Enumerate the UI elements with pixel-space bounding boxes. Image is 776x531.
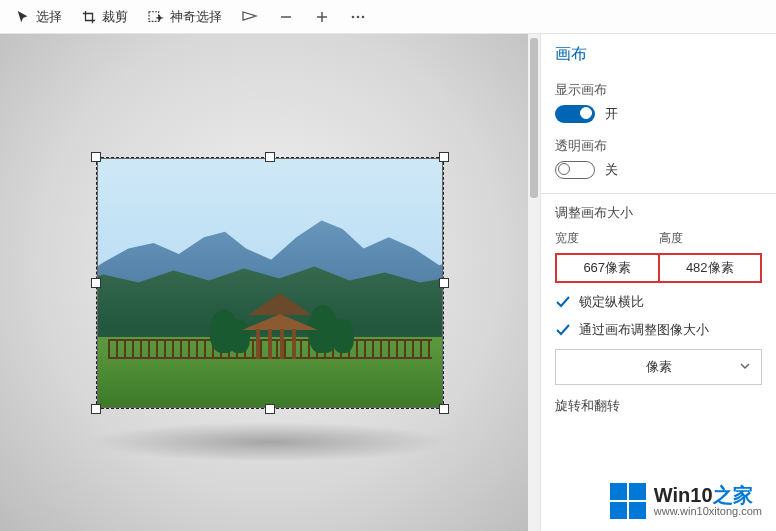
resize-handle-br[interactable]	[439, 404, 449, 414]
resize-image-label: 通过画布调整图像大小	[579, 321, 709, 339]
ellipsis-icon	[350, 10, 366, 24]
unit-select[interactable]: 像素	[555, 349, 762, 385]
resize-handle-tr[interactable]	[439, 152, 449, 162]
unit-select-value: 像素	[646, 358, 672, 376]
resize-handle-ml[interactable]	[91, 278, 101, 288]
svg-rect-0	[149, 11, 159, 21]
width-input[interactable]: 667像素	[555, 253, 659, 283]
width-label: 宽度	[555, 230, 659, 247]
more-button[interactable]	[342, 6, 374, 28]
lock-aspect-checkbox[interactable]: 锁定纵横比	[555, 293, 762, 311]
svg-point-1	[352, 15, 355, 18]
watermark-brand: Win10之家	[654, 485, 762, 505]
plus-icon	[315, 10, 329, 24]
vertical-scrollbar[interactable]	[528, 34, 540, 531]
watermark-url: www.win10xitong.com	[654, 505, 762, 517]
show-canvas-state: 开	[605, 105, 618, 123]
watermark: Win10之家 www.win10xitong.com	[606, 481, 766, 521]
zoom-out-button[interactable]	[270, 6, 302, 28]
crop-icon	[82, 10, 96, 24]
show-canvas-label: 显示画布	[555, 81, 762, 99]
magic-select-label: 神奇选择	[170, 8, 222, 26]
resize-handle-tc[interactable]	[265, 152, 275, 162]
height-input[interactable]: 482像素	[659, 253, 763, 283]
magic-select-tool[interactable]: 神奇选择	[140, 4, 230, 30]
crop-label: 裁剪	[102, 8, 128, 26]
magic-select-icon	[148, 10, 164, 24]
select-tool[interactable]: 选择	[8, 4, 70, 30]
svg-point-2	[357, 15, 360, 18]
resize-handle-bl[interactable]	[91, 404, 101, 414]
sidebar: 画布 显示画布 开 透明画布 关 调整画布大小 宽度 667像素 高度	[540, 34, 776, 531]
3d-view-tool[interactable]	[234, 6, 266, 28]
height-label: 高度	[659, 230, 763, 247]
svg-point-3	[362, 15, 365, 18]
windows-logo-icon	[610, 483, 646, 519]
divider	[541, 193, 776, 194]
select-label: 选择	[36, 8, 62, 26]
chevron-down-icon	[739, 360, 751, 375]
canvas-shadow	[90, 422, 450, 462]
resize-heading: 调整画布大小	[555, 204, 762, 222]
resize-handle-mr[interactable]	[439, 278, 449, 288]
transparent-canvas-toggle[interactable]	[555, 161, 595, 179]
check-icon	[555, 322, 571, 338]
check-icon	[555, 294, 571, 310]
transparent-canvas-label: 透明画布	[555, 137, 762, 155]
canvas-image[interactable]	[97, 158, 443, 408]
resize-handle-tl[interactable]	[91, 152, 101, 162]
sidebar-title: 画布	[555, 42, 762, 75]
toolbar: 选择 裁剪 神奇选择	[0, 0, 776, 34]
resize-handle-bc[interactable]	[265, 404, 275, 414]
zoom-in-button[interactable]	[306, 6, 338, 28]
show-canvas-toggle[interactable]	[555, 105, 595, 123]
transparent-canvas-state: 关	[605, 161, 618, 179]
flag-icon	[242, 10, 258, 24]
canvas-area[interactable]	[0, 34, 540, 531]
canvas-selection[interactable]	[97, 158, 443, 408]
cursor-icon	[16, 10, 30, 24]
scrollbar-thumb[interactable]	[530, 38, 538, 198]
crop-tool[interactable]: 裁剪	[74, 4, 136, 30]
rotate-heading: 旋转和翻转	[555, 397, 762, 415]
minus-icon	[279, 10, 293, 24]
lock-aspect-label: 锁定纵横比	[579, 293, 644, 311]
resize-image-checkbox[interactable]: 通过画布调整图像大小	[555, 321, 762, 339]
